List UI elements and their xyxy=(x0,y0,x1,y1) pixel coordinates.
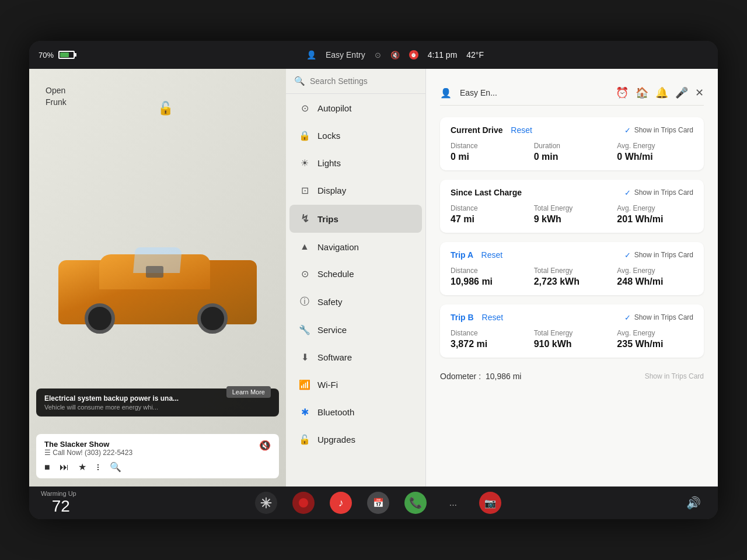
trips-user-label: Easy En... xyxy=(460,88,497,97)
taskbar-left: Warming Up 72 xyxy=(41,490,76,516)
trip-b-distance: Distance 3,872 mi xyxy=(451,329,527,349)
navigation-icon: ▲ xyxy=(299,242,310,252)
defrost-button[interactable] xyxy=(253,490,279,516)
phone-button[interactable]: 📞 xyxy=(403,490,428,516)
slc-distance: Distance 47 mi xyxy=(451,204,527,225)
car-panel: Open Frunk 🔓 Learn More Electrical syst xyxy=(29,69,286,487)
wifi-icon: 📶 xyxy=(299,379,310,390)
defrost-icon xyxy=(255,492,277,514)
trip-a-total-energy: Total Energy 2,723 kWh xyxy=(534,267,610,287)
settings-item-safety-label: Safety xyxy=(317,297,343,307)
autopilot-icon: ⊙ xyxy=(299,103,310,114)
settings-item-software[interactable]: ⬇ Software xyxy=(289,344,422,370)
car-image-area: Open Frunk 🔓 Learn More Electrical syst xyxy=(29,69,286,487)
settings-item-software-label: Software xyxy=(317,352,352,362)
trip-a-stats: Distance 10,986 mi Total Energy 2,723 kW… xyxy=(451,267,693,287)
trip-a-section: Trip A Reset ✓ Show in Trips Card Distan… xyxy=(440,242,704,295)
settings-item-service[interactable]: 🔧 Service xyxy=(289,317,422,343)
settings-item-bluetooth[interactable]: ✱ Bluetooth xyxy=(289,399,422,425)
current-drive-header: Current Drive Reset ✓ Show in Trips Card xyxy=(451,125,693,135)
trip-b-avg-energy: Avg. Energy 235 Wh/mi xyxy=(617,329,693,349)
settings-list: ⊙ Autopilot 🔒 Locks ☀ Lights ⊡ Display ↯ xyxy=(286,95,425,453)
taskbar: Warming Up 72 ♪ 📅 xyxy=(29,487,718,519)
status-bar: 70% 👤 Easy Entry ⊙ 🔇 ⏰ 4:11 pm 42°F xyxy=(29,41,718,69)
phone-icon: 📞 xyxy=(404,492,427,514)
status-bar-left: 70% xyxy=(39,51,75,60)
lock-status-icon: 🔓 xyxy=(158,101,173,116)
alarm-header-icon[interactable]: ⏰ xyxy=(616,86,629,99)
battery-icon xyxy=(58,51,75,59)
since-last-charge-stats: Distance 47 mi Total Energy 9 kWh Avg. E… xyxy=(451,204,693,225)
more-button[interactable]: ... xyxy=(440,490,466,516)
trip-a-distance: Distance 10,986 mi xyxy=(451,267,527,287)
next-button[interactable]: ⏭ xyxy=(60,462,69,473)
current-drive-title: Current Drive Reset xyxy=(451,125,532,135)
search-bar: 🔍 xyxy=(286,69,425,94)
settings-item-safety[interactable]: ⓘ Safety xyxy=(289,288,422,316)
trip-b-show-trips: ✓ Show in Trips Card xyxy=(624,313,693,322)
settings-item-autopilot[interactable]: ⊙ Autopilot xyxy=(289,95,422,121)
calendar-button[interactable]: 📅 xyxy=(365,490,391,516)
odometer-label-value: Odometer : 10,986 mi xyxy=(440,372,521,381)
volume-icon: 🔊 xyxy=(686,496,701,510)
taskbar-center: ♪ 📅 📞 ... 📷 xyxy=(76,490,680,516)
since-last-charge-section: Since Last Charge ✓ Show in Trips Card D… xyxy=(440,180,704,233)
settings-item-autopilot-label: Autopilot xyxy=(317,103,351,113)
car-illustration xyxy=(53,219,263,336)
trips-icon: ↯ xyxy=(299,212,310,225)
search-music-button[interactable]: 🔍 xyxy=(110,461,121,473)
settings-item-lights[interactable]: ☀ Lights xyxy=(289,150,422,176)
odometer-value: 10,986 mi xyxy=(486,372,521,381)
settings-item-trips[interactable]: ↯ Trips xyxy=(289,205,422,233)
settings-item-upgrades[interactable]: 🔓 Upgrades xyxy=(289,426,422,453)
car-wheel-left xyxy=(85,303,115,334)
stop-button[interactable]: ■ xyxy=(44,462,50,473)
search-icon: 🔍 xyxy=(294,76,305,86)
lights-icon: ☀ xyxy=(299,158,310,169)
settings-item-bluetooth-label: Bluetooth xyxy=(317,407,354,417)
music-app-icon: ♪ xyxy=(330,492,352,514)
odometer-row: Odometer : 10,986 mi Show in Trips Card xyxy=(440,367,704,386)
current-drive-reset-button[interactable]: Reset xyxy=(511,125,532,135)
trip-a-avg-energy: Avg. Energy 248 Wh/mi xyxy=(617,267,693,287)
trip-a-check-icon: ✓ xyxy=(624,251,631,260)
equalizer-button[interactable]: ⫶ xyxy=(96,462,100,473)
trips-user-icon: 👤 xyxy=(440,88,452,99)
search-input[interactable] xyxy=(310,76,417,86)
settings-item-display-label: Display xyxy=(317,186,346,195)
learn-more-button[interactable]: Learn More xyxy=(226,386,271,398)
battery-percent: 70% xyxy=(39,51,54,60)
frunk-indicator xyxy=(146,266,163,278)
settings-item-trips-label: Trips xyxy=(317,214,338,224)
settings-item-schedule-label: Schedule xyxy=(317,269,354,279)
main-content: Open Frunk 🔓 Learn More Electrical syst xyxy=(29,69,718,487)
current-drive-duration: Duration 0 min xyxy=(534,142,610,162)
settings-item-display[interactable]: ⊡ Display xyxy=(289,177,422,204)
record-button[interactable] xyxy=(291,490,316,516)
bell-header-icon[interactable]: 🔔 xyxy=(655,86,668,99)
trip-a-reset-button[interactable]: Reset xyxy=(481,250,503,260)
trip-b-reset-button[interactable]: Reset xyxy=(482,313,504,322)
volume-button[interactable]: 🔊 xyxy=(680,490,706,516)
trip-b-section: Trip B Reset ✓ Show in Trips Card Distan… xyxy=(440,304,704,358)
close-header-icon[interactable]: ✕ xyxy=(695,86,704,99)
software-icon: ⬇ xyxy=(299,352,310,363)
home-header-icon[interactable]: 🏠 xyxy=(636,86,648,99)
music-app-button[interactable]: ♪ xyxy=(328,490,354,516)
trips-panel: 👤 Easy En... ⏰ 🏠 🔔 🎤 ✕ Current Drive Res… xyxy=(426,69,718,487)
settings-item-locks[interactable]: 🔒 Locks xyxy=(289,123,422,149)
since-last-charge-header: Since Last Charge ✓ Show in Trips Card xyxy=(451,188,693,197)
settings-item-schedule[interactable]: ⊙ Schedule xyxy=(289,261,422,287)
status-user-label: Easy Entry xyxy=(326,50,365,60)
favorite-button[interactable]: ★ xyxy=(78,461,86,473)
music-controls: ■ ⏭ ★ ⫶ 🔍 xyxy=(44,461,271,473)
settings-item-wifi[interactable]: 📶 Wi-Fi xyxy=(289,372,422,398)
camera-button[interactable]: 📷 xyxy=(477,490,503,516)
settings-item-upgrades-label: Upgrades xyxy=(317,435,355,444)
mic-header-icon[interactable]: 🎤 xyxy=(675,86,688,99)
settings-item-navigation[interactable]: ▲ Navigation xyxy=(289,234,422,260)
open-frunk-label[interactable]: Open Frunk xyxy=(46,85,67,108)
trip-b-total-energy: Total Energy 910 kWh xyxy=(534,329,610,349)
trip-a-show-trips: ✓ Show in Trips Card xyxy=(624,251,693,260)
settings-item-lights-label: Lights xyxy=(317,158,341,168)
